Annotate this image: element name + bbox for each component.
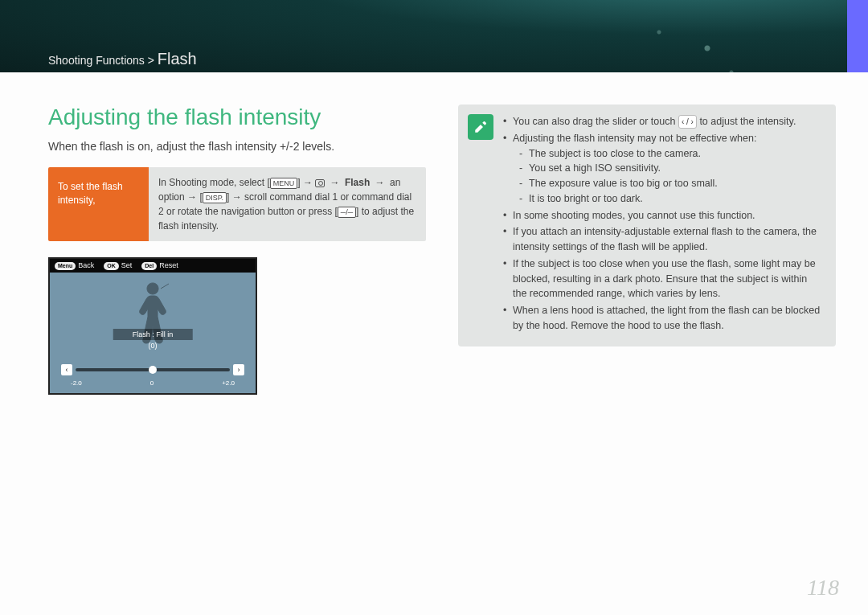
instruction-body: In Shooting mode, select [MENU] → → Flas…: [149, 167, 426, 241]
instr-text: → [: [187, 191, 203, 203]
breadcrumb-page: Flash: [158, 50, 197, 68]
reset-label: Reset: [159, 261, 178, 269]
intro-text: When the flash is on, adjust the flash i…: [48, 140, 426, 153]
slider-decrease-button[interactable]: ‹: [61, 364, 72, 375]
minus-plus-label: ─/─: [338, 207, 356, 218]
preview-topbar: MenuBack OKSet DelReset: [50, 259, 256, 273]
page-number: 118: [807, 575, 839, 601]
header-banner: Shooting Functions > Flash: [0, 0, 868, 72]
info-sub-bullet: You set a high ISO sensitivity.: [513, 161, 823, 176]
note-icon: [468, 114, 493, 140]
camera-icon: [315, 179, 325, 187]
instr-arrow: →: [325, 177, 345, 188]
info-sub-bullet: The exposure value is too big or too sma…: [513, 176, 823, 191]
info-bullet: In some shooting modes, you cannot use t…: [503, 208, 823, 223]
info-bullet: If the subject is too close when you use…: [503, 256, 823, 301]
info-panel: You can also drag the slider or touch ‹ …: [458, 105, 836, 346]
info-bullet: Adjusting the flash intensity may not be…: [503, 131, 823, 207]
camera-preview: MenuBack OKSet DelReset Flash : Fill in …: [48, 257, 257, 395]
info-bullet: You can also drag the slider or touch ‹ …: [503, 114, 823, 129]
tick-mid: 0: [150, 379, 154, 387]
info-sub-bullet: The subject is too close to the camera.: [513, 146, 823, 162]
subject-silhouette: [129, 279, 177, 351]
intensity-slider[interactable]: ‹ ›: [61, 364, 244, 375]
menu-button-label: MENU: [270, 178, 298, 189]
slider-ticks: -2.0 0 +2.0: [71, 379, 235, 387]
preview-body: Flash : Fill in (0) ‹ › -2.0 0 +2.0: [50, 273, 256, 393]
info-sub-bullet: It is too bright or too dark.: [513, 191, 823, 207]
menu-pill: Menu: [55, 262, 76, 270]
page-title: Adjusting the flash intensity: [48, 105, 426, 130]
flash-word: Flash: [345, 177, 370, 188]
tick-min: -2.0: [71, 379, 82, 387]
ok-pill: OK: [104, 262, 119, 270]
info-bullet: When a lens hood is attached, the light …: [503, 303, 823, 334]
slider-increase-button[interactable]: ›: [233, 364, 244, 375]
instr-text: ] →: [297, 177, 315, 188]
set-label: Set: [121, 261, 133, 269]
slider-track[interactable]: [76, 368, 230, 371]
nav-arrow-pill: ‹ / ›: [678, 115, 697, 129]
slider-thumb[interactable]: [149, 366, 157, 374]
instruction-label: To set the flash intensity,: [48, 167, 149, 241]
back-action: MenuBack: [55, 261, 94, 270]
set-action: OKSet: [104, 261, 132, 270]
breadcrumb-section: Shooting Functions: [48, 54, 145, 67]
instr-arrow: →: [370, 177, 390, 188]
info-bullet: If you attach an intensity-adjustable ex…: [503, 224, 823, 255]
disp-button-label: DISP.: [203, 192, 227, 203]
breadcrumb: Shooting Functions > Flash: [48, 50, 197, 68]
instr-text: In Shooting mode, select [: [158, 177, 270, 188]
back-label: Back: [78, 261, 94, 269]
del-pill: Del: [141, 262, 157, 270]
flash-value: (0): [149, 342, 158, 350]
breadcrumb-separator: >: [148, 54, 154, 67]
tick-max: +2.0: [222, 379, 235, 387]
section-tab: [847, 0, 868, 72]
info-list: You can also drag the slider or touch ‹ …: [503, 114, 823, 334]
flash-mode-label: Flash : Fill in: [113, 329, 193, 340]
instruction-box: To set the flash intensity, In Shooting …: [48, 167, 426, 241]
reset-action: DelReset: [141, 261, 178, 270]
